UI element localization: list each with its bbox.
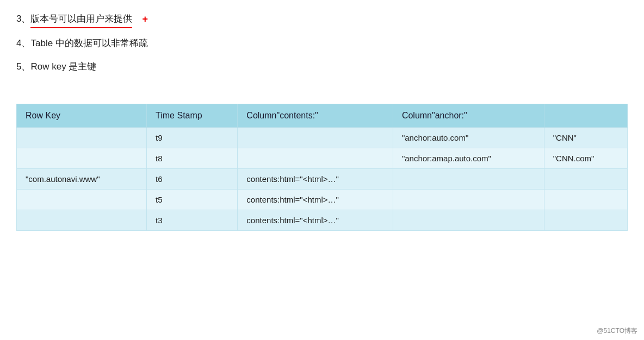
cell-anchor-col-1: "anchor:amap.auto.com" (393, 148, 544, 169)
point-4-text: Table 中的数据可以非常稀疏 (30, 38, 147, 48)
cell-contents-1 (238, 148, 393, 169)
cell-contents-2: contents:html="<html>…" (238, 169, 393, 190)
cell-timestamp-0: t9 (147, 128, 238, 148)
table-row: "com.autonavi.www" t6 contents:html="<ht… (17, 169, 628, 190)
point-3-number: 3、 (16, 14, 30, 24)
point-5-text: Row key 是主键 (30, 61, 96, 72)
table-header-row: Row Key Time Stamp Column"contents:" Col… (17, 104, 628, 128)
col-header-contents: Column"contents:" (238, 104, 393, 128)
table-row: t8 "anchor:amap.auto.com" "CNN.com" (17, 148, 628, 169)
cell-anchor-col-0: "anchor:auto.com" (393, 128, 544, 148)
table-row: t3 contents:html="<html>…" (17, 210, 628, 231)
cell-contents-0 (238, 128, 393, 148)
cell-rowkey-0 (17, 128, 147, 148)
cell-anchor-val-4 (544, 210, 627, 231)
cell-contents-3: contents:html="<html>…" (238, 190, 393, 210)
cell-timestamp-3: t5 (147, 190, 238, 210)
cell-contents-4: contents:html="<html>…" (238, 210, 393, 231)
point-5-number: 5、 (16, 61, 30, 72)
point-4-number: 4、 (16, 38, 30, 48)
col-header-anchor-val (544, 104, 627, 128)
point-3: 3、版本号可以由用户来提供+ (16, 11, 628, 28)
table-row: t5 contents:html="<html>…" (17, 190, 628, 210)
cell-timestamp-1: t8 (147, 148, 238, 169)
cell-anchor-val-1: "CNN.com" (544, 148, 627, 169)
cell-rowkey-3 (17, 190, 147, 210)
col-header-anchor: Column"anchor:" (393, 104, 544, 128)
cell-rowkey-1 (17, 148, 147, 169)
cell-rowkey-4 (17, 210, 147, 231)
table-row: t9 "anchor:auto.com" "CNN" (17, 128, 628, 148)
cell-anchor-val-2 (544, 169, 627, 190)
cell-timestamp-4: t3 (147, 210, 238, 231)
point-3-text: 版本号可以由用户来提供 (30, 11, 132, 28)
cell-timestamp-2: t6 (147, 169, 238, 190)
cell-rowkey-2: "com.autonavi.www" (17, 169, 147, 190)
col-header-rowkey: Row Key (17, 104, 147, 128)
cell-anchor-val-0: "CNN" (544, 128, 627, 148)
point-4: 4、Table 中的数据可以非常稀疏 (16, 36, 628, 52)
cell-anchor-col-2 (393, 169, 544, 190)
point-5: 5、Row key 是主键 (16, 59, 628, 75)
plus-icon: + (142, 14, 148, 24)
cell-anchor-val-3 (544, 190, 627, 210)
col-header-timestamp: Time Stamp (147, 104, 238, 128)
cell-anchor-col-3 (393, 190, 544, 210)
hbase-table: Row Key Time Stamp Column"contents:" Col… (16, 104, 628, 231)
cell-anchor-col-4 (393, 210, 544, 231)
